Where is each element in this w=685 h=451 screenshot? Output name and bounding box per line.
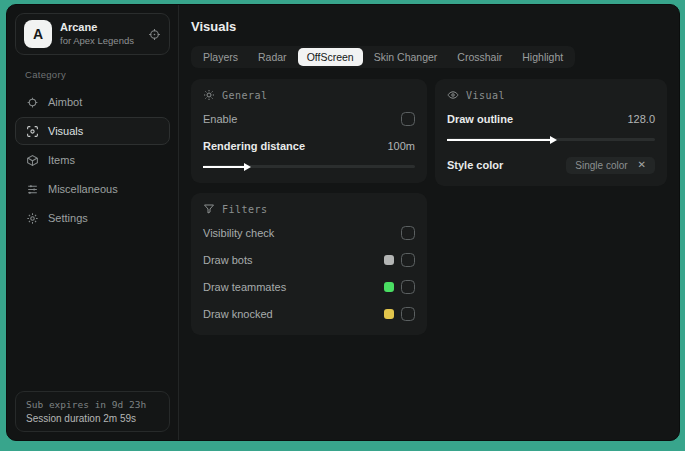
draw-teammates-row: Draw teammates [203, 278, 415, 296]
sidebar-nav: Aimbot Visuals Items [15, 88, 170, 232]
tab-players[interactable]: Players [194, 48, 247, 66]
panel-filters-header: Filters [203, 203, 415, 215]
sidebar-header: A Arcane for Apex Legends [15, 13, 170, 55]
sidebar-item-label: Visuals [48, 125, 83, 137]
draw-outline-row: Draw outline 128.0 [447, 110, 655, 128]
draw-bots-color-swatch[interactable] [384, 255, 394, 265]
app-logo: A [24, 20, 52, 48]
sidebar: A Arcane for Apex Legends Category [7, 5, 179, 440]
tab-radar[interactable]: Radar [249, 48, 296, 66]
chip-label: Single color [575, 160, 627, 171]
category-label: Category [25, 69, 160, 80]
visibility-check-row: Visibility check [203, 224, 415, 242]
sidebar-item-label: Settings [48, 212, 88, 224]
sidebar-item-items[interactable]: Items [15, 146, 170, 174]
app-window: A Arcane for Apex Legends Category [6, 4, 680, 441]
sidebar-item-settings[interactable]: Settings [15, 204, 170, 232]
rendering-distance-label: Rendering distance [203, 140, 305, 152]
eye-icon [447, 89, 459, 101]
tab-crosshair[interactable]: Crosshair [448, 48, 511, 66]
visibility-check-label: Visibility check [203, 227, 274, 239]
cube-icon [26, 154, 39, 167]
enable-label: Enable [203, 113, 237, 125]
sliders-icon [26, 183, 39, 196]
panel-title: Visual [466, 90, 505, 101]
panel-title: Filters [222, 204, 268, 215]
draw-bots-row: Draw bots [203, 251, 415, 269]
visibility-check-checkbox[interactable] [401, 226, 415, 240]
crosshair-icon [26, 96, 39, 109]
draw-outline-slider[interactable] [447, 135, 655, 144]
sun-icon [203, 89, 215, 101]
sub-expires-text: Sub expires in 9d 23h [26, 399, 159, 410]
tab-bar: Players Radar OffScreen Skin Changer Cro… [191, 46, 575, 68]
style-color-label: Style color [447, 159, 503, 171]
funnel-icon [203, 203, 215, 215]
draw-knocked-color-swatch[interactable] [384, 309, 394, 319]
panel-general: General Enable Rendering distance 100m [191, 79, 427, 183]
app-subtitle: for Apex Legends [60, 36, 140, 47]
tab-skin-changer[interactable]: Skin Changer [365, 48, 447, 66]
draw-knocked-row: Draw knocked [203, 305, 415, 323]
panel-filters: Filters Visibility check Draw bots [191, 193, 427, 335]
tab-highlight[interactable]: Highlight [513, 48, 572, 66]
draw-outline-label: Draw outline [447, 113, 513, 125]
rendering-distance-row: Rendering distance 100m [203, 137, 415, 155]
gear-icon [26, 212, 39, 225]
target-icon[interactable] [148, 28, 161, 41]
eye-scan-icon [26, 125, 39, 138]
sidebar-item-aimbot[interactable]: Aimbot [15, 88, 170, 116]
panel-visual: Visual Draw outline 128.0 Style color Si… [435, 79, 667, 186]
style-color-chip[interactable]: Single color ✕ [566, 157, 655, 174]
app-titles: Arcane for Apex Legends [60, 21, 140, 47]
enable-checkbox[interactable] [401, 112, 415, 126]
draw-bots-checkbox[interactable] [401, 253, 415, 267]
sidebar-item-label: Miscellaneous [48, 183, 118, 195]
style-color-row: Style color Single color ✕ [447, 156, 655, 174]
panel-general-header: General [203, 89, 415, 101]
sidebar-item-label: Items [48, 154, 75, 166]
draw-knocked-checkbox[interactable] [401, 307, 415, 321]
panel-title: General [222, 90, 268, 101]
draw-teammates-color-swatch[interactable] [384, 282, 394, 292]
page-title: Visuals [191, 19, 667, 34]
draw-knocked-label: Draw knocked [203, 308, 273, 320]
main-content: Visuals Players Radar OffScreen Skin Cha… [179, 5, 679, 440]
sidebar-item-miscellaneous[interactable]: Miscellaneous [15, 175, 170, 203]
slider-fill [447, 139, 551, 141]
panel-visual-header: Visual [447, 89, 655, 101]
sidebar-item-label: Aimbot [48, 96, 82, 108]
draw-teammates-label: Draw teammates [203, 281, 286, 293]
rendering-distance-value: 100m [387, 140, 415, 152]
slider-fill [203, 166, 245, 168]
draw-teammates-checkbox[interactable] [401, 280, 415, 294]
sidebar-item-visuals[interactable]: Visuals [15, 117, 170, 145]
session-duration-text: Session duration 2m 59s [26, 413, 159, 424]
tab-offscreen[interactable]: OffScreen [298, 48, 363, 66]
rendering-distance-slider[interactable] [203, 162, 415, 171]
draw-outline-value: 128.0 [627, 113, 655, 125]
session-box: Sub expires in 9d 23h Session duration 2… [15, 391, 170, 432]
close-icon[interactable]: ✕ [638, 160, 646, 170]
draw-bots-label: Draw bots [203, 254, 253, 266]
enable-row: Enable [203, 110, 415, 128]
app-name: Arcane [60, 21, 140, 34]
